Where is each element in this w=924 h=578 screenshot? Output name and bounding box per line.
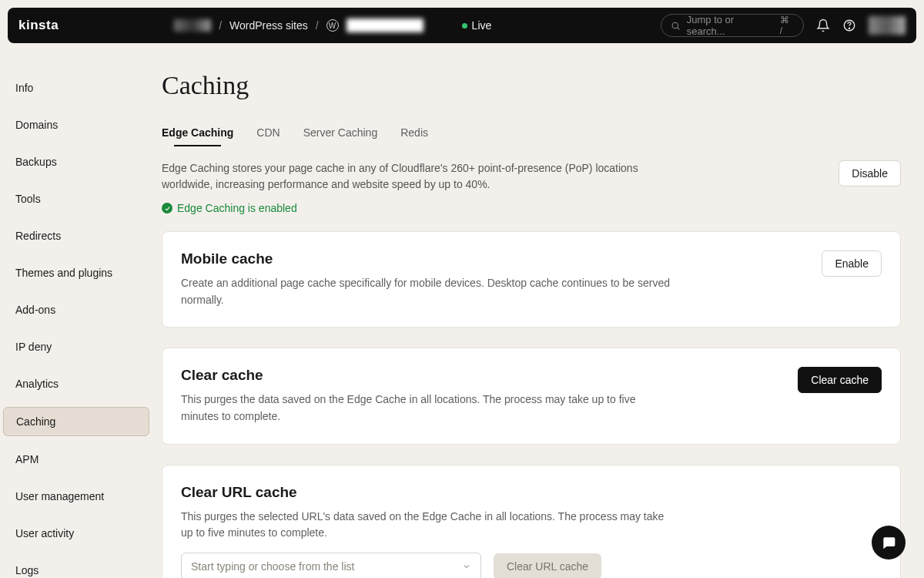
sidebar-item-tools[interactable]: Tools xyxy=(3,185,149,213)
status-dot-icon xyxy=(462,23,467,29)
check-circle-icon xyxy=(162,203,172,213)
svg-point-3 xyxy=(849,28,849,29)
sidebar-item-label: Tools xyxy=(15,193,41,205)
tab-label: CDN xyxy=(256,126,280,139)
wordpress-icon: W xyxy=(326,19,339,32)
sidebar: Info Domains Backups Tools Redirects The… xyxy=(0,48,152,578)
status-text: Edge Caching is enabled xyxy=(177,202,297,214)
clear-cache-description: This purges the data saved on the Edge C… xyxy=(181,391,674,425)
edge-caching-description: Edge Caching stores your page cache in a… xyxy=(162,160,654,193)
sidebar-item-label: APM xyxy=(15,453,38,465)
sidebar-item-apm[interactable]: APM xyxy=(3,445,149,473)
tab-cdn[interactable]: CDN xyxy=(256,123,280,146)
search-shortcut: ⌘ / xyxy=(780,15,794,36)
sidebar-item-analytics[interactable]: Analytics xyxy=(3,370,149,398)
clear-cache-title: Clear cache xyxy=(181,367,674,384)
sidebar-item-label: Analytics xyxy=(15,378,59,390)
sidebar-item-label: Domains xyxy=(15,119,58,131)
search-placeholder: Jump to or search... xyxy=(687,14,774,37)
sidebar-item-label: Caching xyxy=(16,415,55,428)
logo[interactable]: kinsta xyxy=(18,18,59,33)
url-combobox[interactable]: Start typing or choose from the list xyxy=(181,553,481,578)
breadcrumb-site-name[interactable] xyxy=(346,18,424,32)
clear-cache-card: Clear cache This purges the data saved o… xyxy=(162,348,901,444)
global-search[interactable]: Jump to or search... ⌘ / xyxy=(661,14,804,37)
clear-url-cache-card: Clear URL cache This purges the selected… xyxy=(162,465,901,578)
sidebar-item-user-activity[interactable]: User activity xyxy=(3,519,149,547)
search-icon xyxy=(671,21,681,31)
enable-mobile-cache-button[interactable]: Enable xyxy=(822,250,882,277)
url-combobox-placeholder: Start typing or choose from the list xyxy=(191,560,354,573)
sidebar-item-label: Add-ons xyxy=(15,304,55,316)
sidebar-item-redirects[interactable]: Redirects xyxy=(3,222,149,250)
clear-url-cache-description: This purges the selected URL's data save… xyxy=(181,509,674,542)
caching-tabs: Edge Caching CDN Server Caching Redis xyxy=(162,123,901,146)
clear-cache-button[interactable]: Clear cache xyxy=(798,367,882,393)
tab-label: Edge Caching xyxy=(162,126,233,139)
help-button[interactable] xyxy=(842,18,856,32)
sidebar-item-label: Info xyxy=(15,82,33,94)
sidebar-item-label: Themes and plugins xyxy=(15,267,112,279)
edge-caching-status: Edge Caching is enabled xyxy=(162,202,654,214)
sidebar-item-ip-deny[interactable]: IP deny xyxy=(3,333,149,361)
environment-label: Live xyxy=(472,19,492,32)
mobile-cache-title: Mobile cache xyxy=(181,250,674,267)
clear-url-cache-title: Clear URL cache xyxy=(181,484,882,501)
help-icon xyxy=(842,18,856,32)
tab-redis[interactable]: Redis xyxy=(400,123,428,146)
sidebar-item-label: IP deny xyxy=(15,341,52,353)
sidebar-item-user-management[interactable]: User management xyxy=(3,482,149,510)
breadcrumb-account[interactable] xyxy=(174,19,211,32)
page-title: Caching xyxy=(162,71,901,100)
breadcrumb-sep: / xyxy=(219,19,222,32)
tab-server-caching[interactable]: Server Caching xyxy=(303,123,378,146)
tab-label: Redis xyxy=(400,126,428,139)
sidebar-item-label: User activity xyxy=(15,527,74,539)
chat-icon xyxy=(881,535,896,550)
sidebar-item-info[interactable]: Info xyxy=(3,74,149,102)
sidebar-item-label: Logs xyxy=(15,564,38,576)
disable-edge-caching-button[interactable]: Disable xyxy=(839,160,901,187)
breadcrumb-sep: / xyxy=(316,19,319,32)
bell-icon xyxy=(816,18,830,32)
sidebar-item-addons[interactable]: Add-ons xyxy=(3,296,149,324)
svg-point-0 xyxy=(672,22,678,28)
tab-edge-caching[interactable]: Edge Caching xyxy=(162,123,233,146)
mobile-cache-description: Create an additional page cache specific… xyxy=(181,275,674,308)
mobile-cache-card: Mobile cache Create an additional page c… xyxy=(162,231,901,328)
breadcrumb: / WordPress sites / W xyxy=(174,18,423,32)
clear-url-cache-button[interactable]: Clear URL cache xyxy=(494,553,601,578)
sidebar-item-themes-plugins[interactable]: Themes and plugins xyxy=(3,259,149,287)
sidebar-item-label: User management xyxy=(15,490,104,502)
sidebar-item-domains[interactable]: Domains xyxy=(3,111,149,139)
sidebar-item-backups[interactable]: Backups xyxy=(3,148,149,176)
topbar: kinsta / WordPress sites / W Live Jump t… xyxy=(8,8,916,43)
svg-line-1 xyxy=(678,27,679,29)
account-menu[interactable] xyxy=(869,16,906,35)
breadcrumb-sites[interactable]: WordPress sites xyxy=(229,19,308,32)
sidebar-item-caching[interactable]: Caching xyxy=(3,407,149,436)
sidebar-item-logs[interactable]: Logs xyxy=(3,556,149,578)
tab-label: Server Caching xyxy=(303,126,378,139)
sidebar-item-label: Backups xyxy=(15,156,57,168)
sidebar-item-label: Redirects xyxy=(15,230,61,242)
main-content: Caching Edge Caching CDN Server Caching … xyxy=(152,48,909,578)
environment-badge[interactable]: Live xyxy=(462,19,492,32)
notifications-button[interactable] xyxy=(816,18,830,32)
chevron-down-icon xyxy=(462,562,471,571)
chat-launcher[interactable] xyxy=(872,526,906,560)
